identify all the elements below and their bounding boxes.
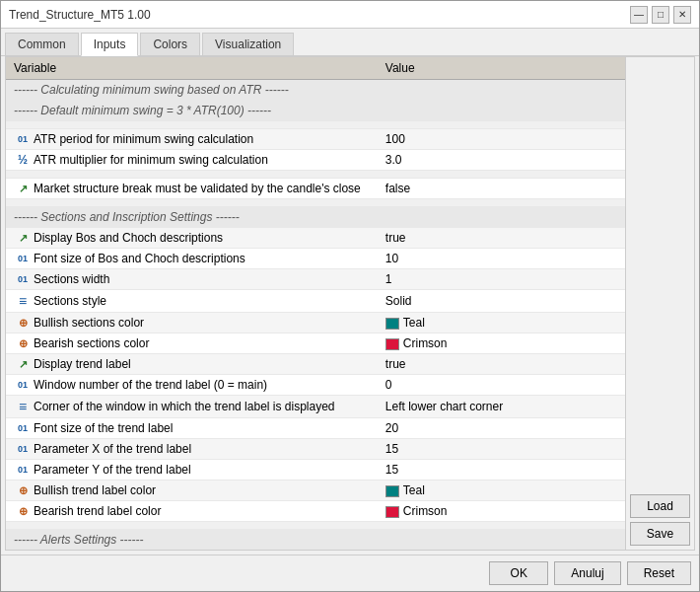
table-row[interactable]: ≡ Corner of the window in which the tren… bbox=[6, 396, 625, 418]
tab-bar: Common Inputs Colors Visualization bbox=[1, 29, 699, 56]
table-row[interactable]: ⊕ Bullish sections color Teal bbox=[6, 313, 625, 333]
color-swatch bbox=[385, 338, 399, 350]
title-bar: Trend_Structure_MT5 1.00 — □ ✕ bbox=[1, 1, 699, 29]
table-row[interactable]: 01 Font size of Bos and Choch descriptio… bbox=[6, 249, 625, 269]
param-value[interactable]: 0 bbox=[378, 375, 625, 396]
param-label: ≡ Corner of the window in which the tren… bbox=[6, 396, 378, 418]
ok-button[interactable]: OK bbox=[489, 561, 548, 585]
param-value[interactable]: 1 bbox=[378, 269, 625, 290]
param-value[interactable]: 100 bbox=[378, 129, 625, 150]
param-value[interactable]: Teal bbox=[378, 313, 625, 333]
param-label: 01 Sections width bbox=[6, 269, 378, 290]
color-swatch bbox=[385, 506, 399, 518]
param-value[interactable]: 15 bbox=[378, 439, 625, 460]
param-value[interactable]: 20 bbox=[378, 418, 625, 439]
table-row[interactable]: ⊕ Bearish sections color Crimson bbox=[6, 333, 625, 354]
section-header-row: ------ Sections and Inscription Settings… bbox=[6, 207, 625, 228]
tab-visualization[interactable]: Visualization bbox=[202, 33, 294, 55]
param-label: ↗ Display Bos and Choch descriptions bbox=[6, 228, 378, 249]
window-controls: — □ ✕ bbox=[630, 6, 691, 24]
param-value[interactable]: Left lower chart corner bbox=[378, 396, 625, 418]
param-label: 01 Font size of the trend label bbox=[6, 418, 378, 439]
table-row[interactable]: ½ ATR multiplier for minimum swing calcu… bbox=[6, 150, 625, 171]
table-row[interactable]: ≡ Sections style Solid bbox=[6, 290, 625, 313]
section-header-row: ------ Calculating minimum swing based o… bbox=[6, 80, 625, 101]
table-row[interactable]: ⊕ Bearish trend label color Crimson bbox=[6, 501, 625, 522]
param-label: ⊕ Bullish trend label color bbox=[6, 481, 378, 501]
load-button[interactable]: Load bbox=[630, 494, 690, 518]
window-title: Trend_Structure_MT5 1.00 bbox=[9, 8, 151, 22]
param-value[interactable]: 10 bbox=[378, 249, 625, 269]
table-row[interactable]: 01 ATR period for minimum swing calculat… bbox=[6, 129, 625, 150]
param-value[interactable]: true bbox=[378, 228, 625, 249]
param-label: 01 Parameter X of the trend label bbox=[6, 439, 378, 460]
main-window: Trend_Structure_MT5 1.00 — □ ✕ Common In… bbox=[0, 0, 700, 592]
table-row[interactable]: ↗ Display Bos and Choch descriptions tru… bbox=[6, 228, 625, 249]
color-swatch bbox=[385, 485, 399, 497]
tab-common[interactable]: Common bbox=[5, 33, 79, 55]
param-value[interactable]: Crimson bbox=[378, 333, 625, 354]
section-header-row: ------ Alerts Settings ------ bbox=[6, 530, 625, 551]
params-table-container: Variable Value ------ Calculating minimu… bbox=[6, 57, 625, 550]
empty-row bbox=[6, 199, 625, 207]
save-button[interactable]: Save bbox=[630, 522, 690, 546]
param-label: ½ ATR multiplier for minimum swing calcu… bbox=[6, 150, 378, 171]
param-label: 01 ATR period for minimum swing calculat… bbox=[6, 129, 378, 150]
table-row[interactable]: 01 Sections width 1 bbox=[6, 269, 625, 290]
section-label: ------ Default minimum swing = 3 * ATR(1… bbox=[6, 101, 625, 121]
param-value[interactable]: Teal bbox=[378, 481, 625, 501]
param-label: ⊕ Bearish sections color bbox=[6, 333, 378, 354]
section-header-row: ------ Default minimum swing = 3 * ATR(1… bbox=[6, 101, 625, 121]
empty-row bbox=[6, 171, 625, 179]
color-swatch bbox=[385, 318, 399, 330]
table-row[interactable]: 01 Parameter Y of the trend label 15 bbox=[6, 460, 625, 481]
param-value[interactable]: 3.0 bbox=[378, 150, 625, 171]
param-label: 01 Window number of the trend label (0 =… bbox=[6, 375, 378, 396]
param-label: ⊕ Bullish sections color bbox=[6, 313, 378, 333]
bottom-bar: OK Anuluj Reset bbox=[1, 555, 699, 591]
table-row[interactable]: ↗ Market structure break must be validat… bbox=[6, 179, 625, 199]
table-row[interactable]: 01 Font size of the trend label 20 bbox=[6, 418, 625, 439]
param-label: ↗ Display trend label bbox=[6, 354, 378, 375]
param-value[interactable]: 15 bbox=[378, 460, 625, 481]
cancel-button[interactable]: Anuluj bbox=[554, 561, 620, 585]
param-value[interactable]: Crimson bbox=[378, 501, 625, 522]
param-value[interactable]: false bbox=[378, 179, 625, 199]
table-row[interactable]: 01 Window number of the trend label (0 =… bbox=[6, 375, 625, 396]
empty-row bbox=[6, 522, 625, 530]
tab-colors[interactable]: Colors bbox=[140, 33, 200, 55]
empty-row bbox=[6, 121, 625, 129]
col-value: Value bbox=[378, 57, 625, 80]
param-label: ↗ Market structure break must be validat… bbox=[6, 179, 378, 199]
table-header-row: Variable Value bbox=[6, 57, 625, 80]
param-label: ≡ Sections style bbox=[6, 290, 378, 313]
close-button[interactable]: ✕ bbox=[673, 6, 691, 24]
table-row[interactable]: 01 Parameter X of the trend label 15 bbox=[6, 439, 625, 460]
param-label: ⊕ Bearish trend label color bbox=[6, 501, 378, 522]
table-row[interactable]: ⊕ Bullish trend label color Teal bbox=[6, 481, 625, 501]
col-variable: Variable bbox=[6, 57, 378, 80]
params-table: Variable Value ------ Calculating minimu… bbox=[6, 57, 625, 550]
section-label: ------ Sections and Inscription Settings… bbox=[6, 207, 625, 228]
maximize-button[interactable]: □ bbox=[652, 6, 669, 24]
section-label: ------ Calculating minimum swing based o… bbox=[6, 80, 625, 101]
side-panel: Load Save bbox=[625, 57, 694, 550]
param-value[interactable]: Solid bbox=[378, 290, 625, 313]
minimize-button[interactable]: — bbox=[630, 6, 648, 24]
section-label: ------ Alerts Settings ------ bbox=[6, 530, 625, 551]
param-value[interactable]: true bbox=[378, 354, 625, 375]
tab-inputs[interactable]: Inputs bbox=[81, 33, 139, 56]
param-label: 01 Font size of Bos and Choch descriptio… bbox=[6, 249, 378, 269]
param-label: 01 Parameter Y of the trend label bbox=[6, 460, 378, 481]
table-row[interactable]: ↗ Display trend label true bbox=[6, 354, 625, 375]
reset-button[interactable]: Reset bbox=[627, 561, 691, 585]
